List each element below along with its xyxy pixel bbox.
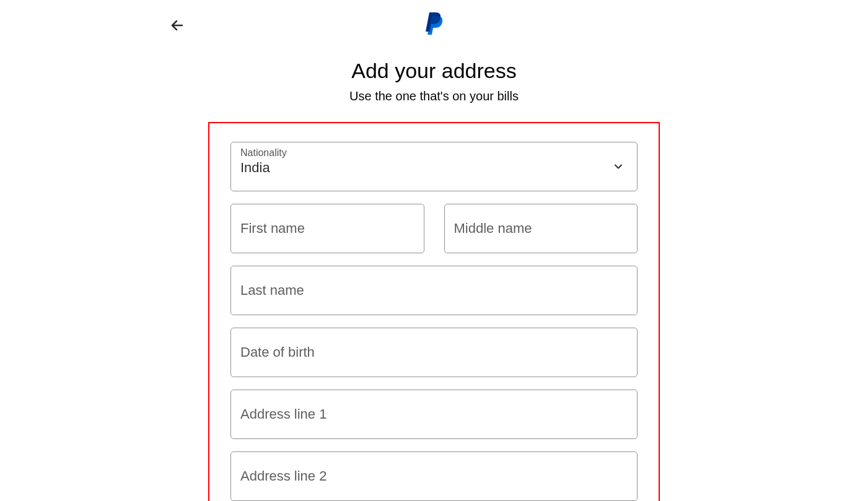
last-name-field[interactable]	[230, 266, 638, 315]
page-title: Add your address	[0, 59, 868, 83]
paypal-logo	[424, 11, 444, 35]
back-button[interactable]	[167, 15, 187, 35]
header-section: Add your address Use the one that's on y…	[0, 59, 868, 103]
first-name-field[interactable]	[230, 204, 424, 253]
arrow-left-icon	[170, 18, 185, 33]
chevron-down-icon	[612, 160, 625, 173]
nationality-label: Nationality	[240, 147, 287, 159]
address-line-1-field[interactable]	[230, 390, 638, 439]
nationality-select[interactable]: Nationality India	[230, 142, 638, 191]
middle-name-field[interactable]	[444, 204, 638, 253]
date-of-birth-field[interactable]	[230, 328, 638, 377]
form-container: Nationality India	[208, 122, 660, 501]
page-subtitle: Use the one that's on your bills	[0, 89, 868, 103]
nationality-value: India	[240, 160, 606, 176]
address-line-2-field[interactable]	[230, 451, 638, 501]
